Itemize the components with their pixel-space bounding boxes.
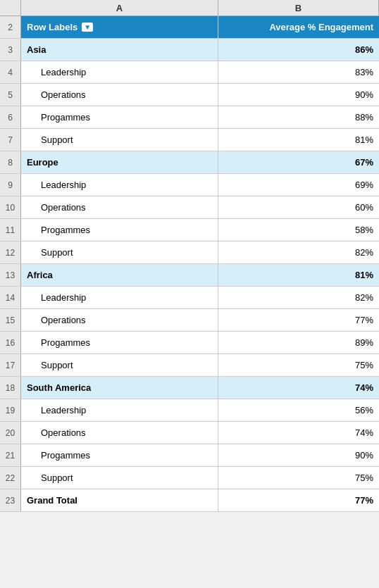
- cell-label: Progammes: [21, 332, 218, 354]
- cell-value: 81%: [218, 264, 379, 286]
- cell-value-text: 81%: [355, 270, 373, 280]
- table-row[interactable]: 16 Progammes 89%: [0, 332, 379, 354]
- cell-value-text: 74%: [355, 427, 373, 438]
- table-row[interactable]: 13 Africa 81%: [0, 264, 379, 287]
- table-row[interactable]: 15 Operations 77%: [0, 309, 379, 332]
- cell-label: Africa: [21, 264, 218, 286]
- cell-label: Operations: [21, 309, 218, 331]
- cell-value: 74%: [218, 422, 379, 444]
- cell-value-text: 67%: [355, 157, 373, 168]
- avg-engagement-label: Average % Engagement: [269, 22, 373, 32]
- cell-label-text: Operations: [41, 427, 86, 438]
- cell-value-text: 75%: [355, 473, 373, 483]
- cell-label: Leadership: [21, 287, 218, 308]
- cell-label-text: Leadership: [41, 180, 86, 190]
- cell-label: Support: [21, 354, 218, 376]
- cell-value: 60%: [218, 196, 379, 218]
- row-number: 20: [0, 422, 21, 444]
- cell-value-text: 81%: [355, 135, 373, 145]
- cell-value: 90%: [218, 84, 379, 106]
- table-row[interactable]: 10 Operations 60%: [0, 196, 379, 219]
- cell-value: 56%: [218, 399, 379, 421]
- cell-value: 88%: [218, 106, 379, 128]
- cell-value: 77%: [218, 309, 379, 331]
- cell-value-text: 82%: [355, 292, 373, 303]
- cell-value: 75%: [218, 467, 379, 489]
- cell-value-text: 86%: [355, 44, 373, 55]
- table-row[interactable]: 23 Grand Total 77%: [0, 489, 379, 512]
- cell-label-text: South America: [27, 382, 91, 393]
- table-row[interactable]: 18 South America 74%: [0, 377, 379, 399]
- cell-label-text: Progammes: [41, 337, 90, 348]
- table-row[interactable]: 8 Europe 67%: [0, 151, 379, 174]
- table-row[interactable]: 9 Leadership 69%: [0, 174, 379, 196]
- cell-label: Progammes: [21, 219, 218, 241]
- table-row[interactable]: 20 Operations 74%: [0, 422, 379, 444]
- cell-label-text: Leadership: [41, 405, 86, 415]
- cell-label-text: Support: [41, 135, 73, 145]
- cell-label: Europe: [21, 151, 218, 173]
- cell-label-text: Support: [41, 360, 73, 370]
- data-rows: 3 Asia 86% 4 Leadership 83% 5 Operations…: [0, 39, 379, 512]
- col-header-a[interactable]: A: [21, 0, 218, 15]
- row-number: 14: [0, 287, 21, 308]
- cell-label-text: Progammes: [41, 112, 90, 123]
- table-row[interactable]: 21 Progammes 90%: [0, 444, 379, 467]
- row-number: 23: [0, 489, 21, 511]
- row-number: 12: [0, 242, 21, 263]
- table-row[interactable]: 7 Support 81%: [0, 129, 379, 151]
- cell-label-text: Africa: [27, 270, 53, 280]
- row-number: 5: [0, 84, 21, 106]
- cell-value-text: 75%: [355, 360, 373, 370]
- row-number-2: 2: [0, 16, 21, 38]
- table-row[interactable]: 11 Progammes 58%: [0, 219, 379, 242]
- cell-label-text: Support: [41, 247, 73, 258]
- cell-value-text: 56%: [355, 405, 373, 415]
- cell-label-text: Progammes: [41, 225, 90, 235]
- header-cell-a[interactable]: Row Labels ▼: [21, 16, 218, 38]
- cell-label: Grand Total: [21, 489, 218, 511]
- spreadsheet: A B 2 Row Labels ▼ Average % Engagement …: [0, 0, 379, 512]
- row-number: 16: [0, 332, 21, 354]
- cell-label-text: Operations: [41, 315, 86, 325]
- cell-value: 77%: [218, 489, 379, 511]
- table-row[interactable]: 14 Leadership 82%: [0, 287, 379, 309]
- header-row: 2 Row Labels ▼ Average % Engagement: [0, 16, 379, 39]
- cell-label: Progammes: [21, 106, 218, 128]
- table-row[interactable]: 12 Support 82%: [0, 242, 379, 264]
- cell-label: Leadership: [21, 399, 218, 421]
- cell-value: 69%: [218, 174, 379, 196]
- row-number: 8: [0, 151, 21, 173]
- row-number: 15: [0, 309, 21, 331]
- row-number: 9: [0, 174, 21, 196]
- table-row[interactable]: 19 Leadership 56%: [0, 399, 379, 422]
- cell-label-text: Progammes: [41, 450, 90, 461]
- filter-icon[interactable]: ▼: [82, 23, 93, 32]
- cell-value-text: 69%: [355, 180, 373, 190]
- row-number: 21: [0, 444, 21, 466]
- table-row[interactable]: 6 Progammes 88%: [0, 106, 379, 129]
- row-number: 22: [0, 467, 21, 489]
- cell-value-text: 74%: [355, 382, 373, 393]
- table-row[interactable]: 3 Asia 86%: [0, 39, 379, 61]
- cell-label-text: Operations: [41, 89, 86, 100]
- row-number: 7: [0, 129, 21, 151]
- row-number: 6: [0, 106, 21, 128]
- cell-value-text: 77%: [355, 315, 373, 325]
- table-row[interactable]: 17 Support 75%: [0, 354, 379, 377]
- cell-label-text: Operations: [41, 202, 86, 213]
- cell-value-text: 90%: [355, 89, 373, 100]
- table-row[interactable]: 22 Support 75%: [0, 467, 379, 489]
- cell-value: 81%: [218, 129, 379, 151]
- table-row[interactable]: 4 Leadership 83%: [0, 61, 379, 84]
- col-header-b[interactable]: B: [218, 0, 379, 15]
- cell-value-text: 89%: [355, 337, 373, 348]
- cell-label: Operations: [21, 84, 218, 106]
- cell-value: 86%: [218, 39, 379, 61]
- cell-label: Asia: [21, 39, 218, 61]
- cell-label: Support: [21, 467, 218, 489]
- cell-label-text: Leadership: [41, 67, 86, 77]
- cell-label: Support: [21, 129, 218, 151]
- row-number: 3: [0, 39, 21, 61]
- table-row[interactable]: 5 Operations 90%: [0, 84, 379, 106]
